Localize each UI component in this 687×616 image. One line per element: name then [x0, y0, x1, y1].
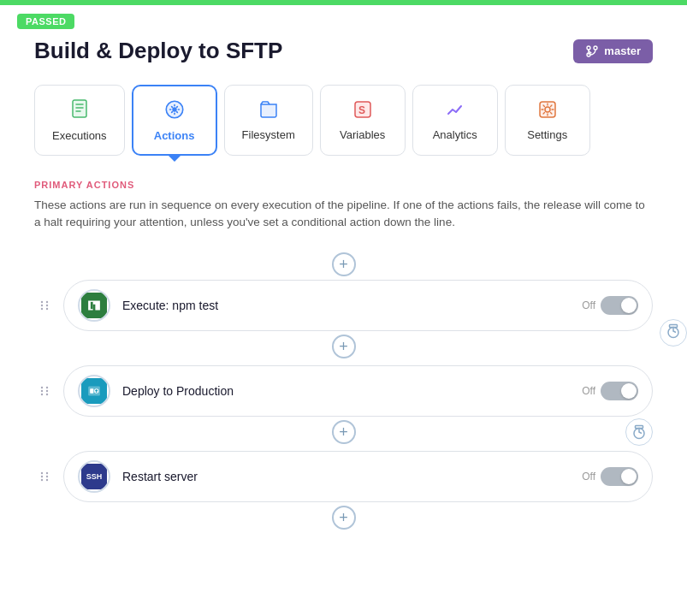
action-icon-wrap-1 — [78, 375, 110, 407]
deploy-svg — [85, 382, 104, 400]
settings-icon — [537, 99, 558, 123]
tab-executions-label: Executions — [52, 129, 107, 142]
svg-point-38 — [46, 478, 48, 480]
toggle-label-1: Off — [582, 385, 595, 397]
action-row-1: Deploy to Production Off — [34, 365, 653, 417]
svg-point-1 — [594, 46, 597, 50]
svg-text:S: S — [358, 104, 365, 116]
section-label: PRIMARY ACTIONS — [34, 180, 653, 190]
branch-icon — [585, 44, 599, 58]
toggle-label-2: Off — [582, 471, 595, 483]
action-card-2: SSH Restart server Off — [63, 451, 653, 502]
svg-point-11 — [46, 300, 48, 302]
svg-rect-29 — [90, 388, 93, 394]
svg-point-12 — [41, 304, 43, 305]
action-icon-wrap-2: SSH — [78, 460, 110, 493]
drag-handle-0[interactable] — [34, 293, 55, 317]
toggle-1[interactable] — [601, 382, 638, 400]
svg-rect-16 — [85, 296, 104, 315]
drag-icon-2 — [38, 470, 51, 483]
deploy-icon — [81, 378, 107, 404]
branch-badge[interactable]: master — [573, 39, 653, 63]
tab-executions[interactable]: Executions — [34, 85, 125, 156]
actions-svg — [163, 98, 186, 121]
drag-icon-1 — [38, 384, 51, 398]
tab-variables-label: Variables — [340, 128, 385, 141]
ssh-icon: SSH — [81, 464, 107, 489]
tab-filesystem[interactable]: Filesystem — [224, 85, 313, 156]
toggle-0[interactable] — [601, 296, 638, 315]
variables-icon: S — [352, 99, 373, 123]
toggle-knob-2 — [621, 469, 637, 484]
executions-svg — [69, 98, 90, 119]
drag-icon-0 — [38, 299, 51, 312]
page-title: Build & Deploy to SFTP — [34, 38, 282, 64]
toggle-label-0: Off — [582, 299, 595, 311]
settings-svg — [537, 99, 558, 120]
svg-rect-18 — [91, 301, 93, 308]
toggle-knob-1 — [621, 383, 637, 399]
svg-point-36 — [46, 475, 48, 477]
svg-point-33 — [41, 471, 43, 473]
timer-icon-1 — [666, 323, 681, 339]
svg-point-24 — [46, 389, 48, 391]
add-action-1-button[interactable]: + — [332, 335, 356, 358]
tab-variables[interactable]: S Variables — [320, 85, 406, 156]
actions-icon — [163, 98, 186, 124]
tab-analytics-label: Analytics — [433, 128, 477, 141]
drag-handle-1[interactable] — [34, 379, 55, 403]
action-card-0: Execute: npm test Off — [63, 280, 653, 331]
toggle-wrap-1: Off — [582, 382, 638, 400]
timer-btn-2-wrap — [625, 418, 653, 446]
add-btn-row-1: + — [34, 335, 653, 358]
svg-point-37 — [41, 478, 43, 480]
action-card-1: Deploy to Production Off — [63, 365, 653, 417]
add-action-2-button[interactable]: + — [332, 420, 356, 444]
svg-rect-3 — [73, 100, 86, 117]
tab-filesystem-label: Filesystem — [242, 128, 295, 141]
tab-settings[interactable]: Settings — [505, 85, 590, 156]
svg-point-10 — [41, 300, 43, 302]
tab-analytics[interactable]: Analytics — [412, 85, 498, 156]
filesystem-icon — [258, 99, 279, 123]
svg-point-0 — [587, 46, 590, 50]
passed-badge-row: PASSED — [0, 5, 687, 38]
timer-icon-2 — [631, 424, 647, 440]
executions-icon — [69, 98, 90, 124]
analytics-svg — [445, 99, 465, 120]
add-btn-row-top: + — [34, 252, 653, 276]
toggle-wrap-0: Off — [582, 296, 638, 315]
tab-settings-label: Settings — [527, 128, 567, 141]
add-action-bottom-button[interactable]: + — [332, 506, 356, 530]
timer-button-1[interactable] — [660, 319, 687, 346]
timer-button-2[interactable] — [625, 418, 653, 446]
svg-point-26 — [46, 393, 48, 394]
analytics-icon — [445, 99, 465, 123]
toggle-2[interactable] — [601, 467, 638, 486]
branch-label: master — [604, 44, 641, 57]
actions-list: + — [34, 249, 653, 533]
action-name-1: Deploy to Production — [122, 384, 570, 398]
npm-icon — [81, 293, 107, 318]
action-name-2: Restart server — [122, 470, 570, 483]
add-action-top-button[interactable]: + — [332, 252, 356, 276]
svg-point-22 — [46, 386, 48, 388]
action-row-2: SSH Restart server Off — [34, 451, 653, 502]
svg-point-23 — [41, 389, 43, 391]
variables-svg: S — [352, 99, 373, 120]
npm-svg — [85, 296, 104, 315]
svg-point-5 — [172, 107, 176, 111]
add-btn-row-bottom: + — [34, 506, 653, 530]
toggle-wrap-2: Off — [582, 467, 638, 486]
svg-point-34 — [46, 471, 48, 473]
tabs-container: Executions Actions Filesystem — [34, 85, 653, 156]
toggle-knob-0 — [621, 298, 637, 313]
action-name-0: Execute: npm test — [122, 299, 570, 312]
svg-point-15 — [46, 307, 48, 309]
tab-actions[interactable]: Actions — [132, 85, 217, 156]
svg-point-14 — [41, 307, 43, 309]
action-icon-wrap-0 — [78, 289, 110, 322]
svg-point-21 — [41, 386, 43, 388]
drag-handle-2[interactable] — [34, 465, 55, 489]
filesystem-svg — [258, 99, 279, 120]
